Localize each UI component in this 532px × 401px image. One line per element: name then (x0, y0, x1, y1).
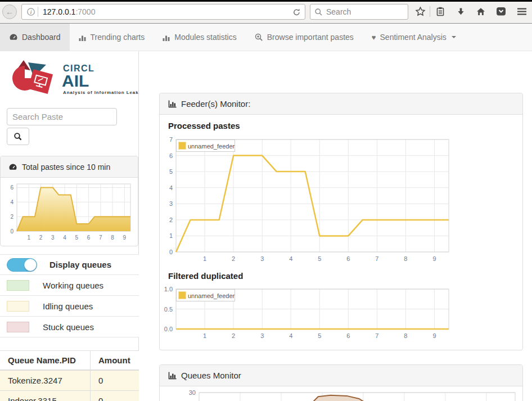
svg-text:3: 3 (260, 255, 264, 262)
queues-monitor-title: Queues Monitor (181, 371, 241, 380)
nav-trending-label: Trending charts (91, 33, 145, 42)
svg-text:unnamed_feeder: unnamed_feeder (188, 143, 235, 150)
bar-chart-axis-icon (168, 100, 177, 108)
svg-text:9: 9 (432, 255, 436, 262)
svg-text:6: 6 (169, 152, 173, 159)
search-paste-input[interactable] (7, 108, 117, 125)
svg-text:1: 1 (203, 255, 206, 262)
sidebar: CIRCL AIL Analysis of Information Leaks … (0, 51, 139, 401)
nav-dashboard[interactable]: Dashboard (0, 24, 70, 51)
logo-tagline: Analysis of Information Leaks (63, 90, 138, 95)
queue-table-header-amount: Amount (91, 351, 139, 371)
queue-name-cell: Indexer.3315 (0, 391, 91, 401)
browser-search-placeholder: Search (326, 7, 351, 16)
svg-text:6: 6 (346, 255, 350, 262)
svg-text:5: 5 (75, 235, 79, 241)
nav-trending-charts[interactable]: Trending charts (70, 24, 154, 51)
url-host: 127.0.0.1 (43, 7, 75, 16)
total-pastes-sparkline-chart: 1234567890246 (3, 181, 135, 241)
svg-text:0: 0 (169, 249, 173, 255)
svg-text:4: 4 (169, 184, 173, 191)
queue-name-cell: Tokenize.3247 (0, 370, 91, 391)
svg-text:9: 9 (123, 235, 127, 241)
browser-toolbar: ← i 127.0.0.1:7000 Search (0, 0, 532, 24)
svg-text:3: 3 (169, 200, 173, 207)
nav-modules-label: Modules statistics (174, 33, 236, 42)
svg-text:0.5: 0.5 (164, 306, 173, 313)
heart-icon: ♥ (372, 34, 376, 41)
total-pastes-title: Total pastes since 10 min (22, 163, 110, 172)
svg-text:6: 6 (87, 235, 91, 241)
display-queues-label: Display queues (49, 260, 111, 269)
svg-text:7: 7 (169, 136, 173, 143)
svg-text:2: 2 (169, 217, 173, 223)
svg-text:3: 3 (260, 332, 264, 339)
svg-text:8: 8 (111, 235, 114, 241)
downloads-icon[interactable] (454, 4, 467, 18)
idling-queues-swatch (7, 301, 29, 312)
info-icon[interactable]: i (26, 7, 35, 16)
filtered-duplicated-title: Filtered duplicated (168, 271, 243, 281)
total-pastes-panel: Total pastes since 10 min 1234567890246 (0, 156, 138, 246)
bookmarks-clipboard-icon[interactable] (434, 4, 447, 18)
url-separator (38, 7, 38, 17)
toolbar-separator (430, 6, 430, 17)
svg-text:i: i (30, 10, 32, 15)
nav-modules-statistics[interactable]: Modules statistics (154, 24, 245, 51)
filtered-duplicated-chart: 1234567890.00.51.0unnamed_feeder (164, 285, 452, 341)
svg-text:2: 2 (39, 235, 43, 241)
queue-amount-cell: 0 (91, 391, 139, 401)
svg-text:7: 7 (99, 235, 102, 241)
stuck-queues-label: Stuck queues (43, 322, 94, 332)
feeder-monitor-title: Feeder(s) Monitor: (181, 99, 250, 109)
url-bar[interactable]: i 127.0.0.1:7000 (21, 4, 305, 20)
total-pastes-panel-header: Total pastes since 10 min (1, 156, 138, 178)
nav-browse-pastes[interactable]: Browse important pastes (246, 24, 363, 51)
window-top-strip (0, 0, 532, 2)
processed-pastes-title: Processed pastes (168, 121, 240, 130)
svg-text:2: 2 (10, 214, 13, 220)
svg-text:4: 4 (10, 199, 13, 205)
svg-text:1: 1 (203, 332, 206, 339)
reload-icon[interactable] (292, 8, 301, 16)
idling-queues-label: Idling queues (43, 301, 93, 311)
working-queues-label: Working queues (43, 281, 103, 290)
back-button[interactable]: ← (2, 4, 17, 19)
home-icon[interactable] (474, 4, 488, 18)
search-plus-icon (255, 33, 263, 42)
stuck-queues-row: Stuck queues (0, 317, 139, 337)
search-paste-button[interactable] (7, 128, 29, 145)
svg-text:7: 7 (375, 332, 378, 339)
svg-text:4: 4 (63, 235, 66, 241)
display-queues-toggle[interactable] (7, 258, 37, 272)
queues-monitor-chart: 30 (175, 388, 521, 401)
search-icon (13, 132, 22, 141)
queue-table-header-name: Queue Name.PID (0, 351, 91, 371)
ail-dashboard-page: ← i 127.0.0.1:7000 Search (0, 0, 532, 401)
app-navbar: Dashboard Trending charts Modules statis… (0, 24, 532, 51)
svg-text:6: 6 (346, 332, 350, 339)
pocket-icon[interactable] (494, 4, 508, 18)
working-queues-swatch (7, 280, 29, 291)
display-queues-row: Display queues (0, 254, 139, 275)
svg-text:1: 1 (28, 235, 31, 241)
svg-text:4: 4 (289, 255, 292, 262)
svg-text:7: 7 (375, 255, 378, 262)
nav-sentiment-label: Sentiment Analysis (380, 33, 447, 42)
svg-text:6: 6 (10, 184, 13, 191)
bar-chart-axis-icon (168, 372, 177, 380)
queues-monitor-panel: Queues Monitor 30 (159, 364, 523, 401)
svg-text:9: 9 (432, 332, 436, 339)
svg-text:0: 0 (10, 228, 13, 235)
nav-sentiment-analysis[interactable]: ♥ Sentiment Analysis (363, 24, 465, 51)
menu-icon[interactable] (515, 4, 529, 18)
stuck-queues-swatch (7, 322, 29, 332)
svg-text:5: 5 (318, 332, 321, 339)
svg-text:5: 5 (318, 255, 321, 262)
queue-table-row: Tokenize.32470 (0, 370, 139, 391)
feeder-monitor-panel: Feeder(s) Monitor: Processed pastes 1234… (159, 93, 523, 350)
logo-product: AIL (62, 71, 89, 90)
queue-table-row: Indexer.33150 (0, 391, 139, 401)
bookmark-star-icon[interactable] (413, 4, 427, 18)
browser-search-box[interactable]: Search (310, 4, 408, 20)
